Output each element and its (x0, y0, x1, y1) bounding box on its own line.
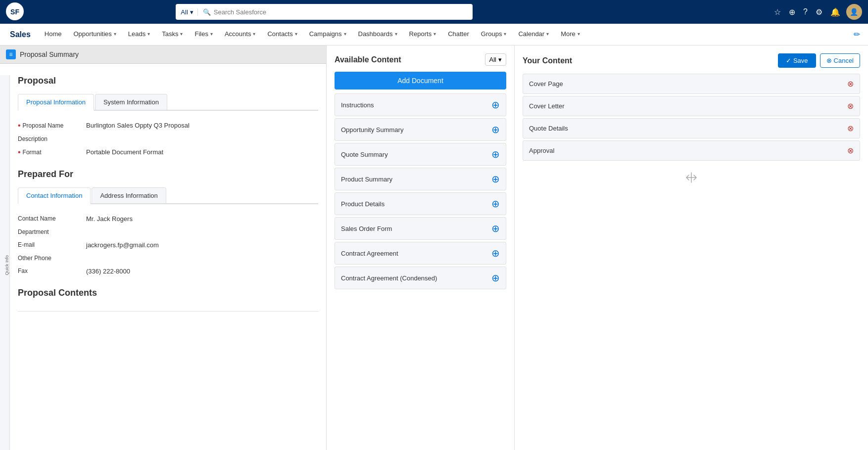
available-content-item-label-7: Contract Agreement (Condensed) (341, 274, 437, 282)
your-content-item-label-1: Cover Letter (529, 102, 565, 110)
contact-field-row-0: Contact NameMr. Jack Rogers (18, 212, 318, 225)
nav-items: HomeOpportunities▾Leads▾Tasks▾Files▾Acco… (39, 24, 586, 45)
your-content-remove-icon-1[interactable]: ⊗ (847, 101, 854, 111)
add-document-button[interactable]: Add Document (335, 72, 506, 90)
available-content-panel: Available Content All ▾ Add Document Ins… (327, 45, 515, 450)
available-content-list: Instructions⊕Opportunity Summary⊕Quote S… (335, 93, 506, 289)
available-content-item-6[interactable]: Contract Agreement⊕ (335, 242, 506, 265)
available-content-item-label-2: Quote Summary (341, 151, 388, 158)
quick-links-sidebar: Quick Info (0, 75, 10, 450)
settings-icon[interactable]: ⚙ (814, 5, 824, 19)
contact-field-value-0: Mr. Jack Rogers (86, 215, 318, 223)
nav-item-leads[interactable]: Leads▾ (122, 24, 156, 45)
dropdown-chevron-icon: ▾ (498, 56, 502, 63)
nav-item-more[interactable]: More▾ (555, 24, 586, 45)
nav-item-contacts[interactable]: Contacts▾ (261, 24, 303, 45)
star-icon[interactable]: ☆ (772, 5, 783, 19)
nav-chevron-icon-4: ▾ (210, 31, 213, 37)
your-content-item-label-0: Cover Page (529, 80, 563, 88)
search-scope-label: All (181, 8, 188, 16)
search-scope-selector[interactable]: All ▾ (181, 8, 197, 16)
your-content-remove-icon-2[interactable]: ⊗ (847, 124, 854, 133)
available-content-add-icon-0[interactable]: ⊕ (491, 99, 500, 111)
available-content-add-icon-7[interactable]: ⊕ (491, 272, 500, 284)
available-content-item-7[interactable]: Contract Agreement (Condensed)⊕ (335, 267, 506, 289)
nav-item-campaigns[interactable]: Campaigns▾ (303, 24, 352, 45)
proposal-tab-header: ≡ Proposal Summary (0, 45, 326, 64)
contact-tab-0[interactable]: Contact Information (18, 187, 91, 204)
contact-field-label-1: Department (18, 228, 82, 235)
top-bar-icons: ☆ ⊕ ? ⚙ 🔔 👤 (772, 4, 862, 20)
search-input[interactable] (214, 8, 468, 16)
available-content-add-icon-5[interactable]: ⊕ (491, 223, 500, 234)
nav-item-chatter[interactable]: Chatter (442, 24, 475, 45)
add-icon[interactable]: ⊕ (787, 5, 797, 19)
search-scope-chevron-icon: ▾ (190, 8, 193, 16)
save-button[interactable]: ✓ Save (778, 53, 816, 68)
nav-chevron-icon-11: ▾ (504, 31, 506, 37)
right-panel: Available Content All ▾ Add Document Ins… (327, 45, 868, 450)
available-content-item-3[interactable]: Product Summary⊕ (335, 168, 506, 190)
required-dot-icon: • (18, 122, 21, 130)
available-content-item-label-5: Sales Order Form (341, 225, 392, 232)
cancel-x-icon: ⊗ (826, 57, 832, 64)
move-cursor-icon (523, 171, 860, 184)
contact-field-label-2: E-mail (18, 241, 82, 248)
left-panel-content: Proposal Proposal InformationSystem Info… (0, 64, 326, 324)
your-content-remove-icon-0[interactable]: ⊗ (847, 79, 854, 89)
notifications-icon[interactable]: 🔔 (828, 5, 842, 19)
available-content-item-5[interactable]: Sales Order Form⊕ (335, 217, 506, 240)
available-content-item-1[interactable]: Opportunity Summary⊕ (335, 118, 506, 141)
nav-chevron-icon-12: ▾ (546, 31, 549, 37)
available-content-item-label-0: Instructions (341, 101, 374, 109)
nav-item-reports[interactable]: Reports▾ (403, 24, 442, 45)
available-content-header: Available Content All ▾ (335, 53, 506, 66)
proposal-contents-section: Proposal Contents (18, 288, 318, 312)
available-content-item-4[interactable]: Product Details⊕ (335, 192, 506, 215)
your-content-actions: ✓ Save ⊗ Cancel (778, 53, 860, 68)
nav-item-dashboards[interactable]: Dashboards▾ (352, 24, 403, 45)
nav-edit-icon[interactable]: ✏ (850, 26, 864, 43)
left-panel: Quick Info ≡ Proposal Summary Proposal P… (0, 45, 327, 450)
available-content-add-icon-6[interactable]: ⊕ (491, 247, 500, 259)
nav-item-calendar[interactable]: Calendar▾ (512, 24, 555, 45)
contact-tab-1[interactable]: Address Information (92, 187, 166, 203)
nav-item-home[interactable]: Home (39, 24, 68, 45)
contact-field-row-1: Department (18, 225, 318, 238)
nav-item-tasks[interactable]: Tasks▾ (156, 24, 189, 45)
contact-field-label-4: Fax (18, 268, 82, 274)
proposal-contents-title: Proposal Contents (18, 288, 318, 298)
available-content-add-icon-4[interactable]: ⊕ (491, 198, 500, 210)
salesforce-logo[interactable]: SF (6, 2, 24, 22)
cancel-button[interactable]: ⊗ Cancel (820, 53, 860, 68)
proposal-tab-0[interactable]: Proposal Information (18, 94, 94, 111)
available-content-item-2[interactable]: Quote Summary⊕ (335, 143, 506, 166)
proposal-tab-1[interactable]: System Information (95, 94, 167, 110)
dropdown-value: All (489, 56, 496, 63)
nav-chevron-icon-13: ▾ (578, 31, 580, 37)
nav-item-groups[interactable]: Groups▾ (475, 24, 513, 45)
available-content-add-icon-3[interactable]: ⊕ (491, 173, 500, 185)
user-avatar[interactable]: 👤 (846, 4, 862, 20)
contact-field-row-2: E-mailjackrogers.fp@gmail.com (18, 238, 318, 252)
nav-chevron-icon-8: ▾ (395, 31, 397, 37)
your-content-panel: Your Content ✓ Save ⊗ Cancel Cover Page⊗… (515, 45, 868, 450)
help-icon[interactable]: ? (801, 5, 810, 18)
available-content-add-icon-2[interactable]: ⊕ (491, 148, 500, 160)
cancel-label: Cancel (834, 57, 854, 64)
your-content-item-3: Approval⊗ (523, 140, 860, 161)
content-filter-dropdown[interactable]: All ▾ (485, 53, 506, 66)
your-content-remove-icon-3[interactable]: ⊗ (847, 146, 854, 155)
contact-tab-bar: Contact InformationAddress Information (18, 187, 318, 204)
nav-item-opportunities[interactable]: Opportunities▾ (68, 24, 122, 45)
nav-item-files[interactable]: Files▾ (189, 24, 218, 45)
prepared-for-section: Prepared For Contact InformationAddress … (18, 169, 318, 278)
your-content-item-label-2: Quote Details (529, 125, 568, 132)
available-content-item-0[interactable]: Instructions⊕ (335, 93, 506, 116)
proposal-tab-label: Proposal Summary (20, 50, 79, 58)
available-content-add-icon-1[interactable]: ⊕ (491, 124, 500, 135)
nav-item-accounts[interactable]: Accounts▾ (219, 24, 261, 45)
contact-field-value-4: (336) 222-8000 (86, 268, 318, 275)
your-content-item-0: Cover Page⊗ (523, 74, 860, 94)
contact-field-label-3: Other Phone (18, 255, 82, 262)
